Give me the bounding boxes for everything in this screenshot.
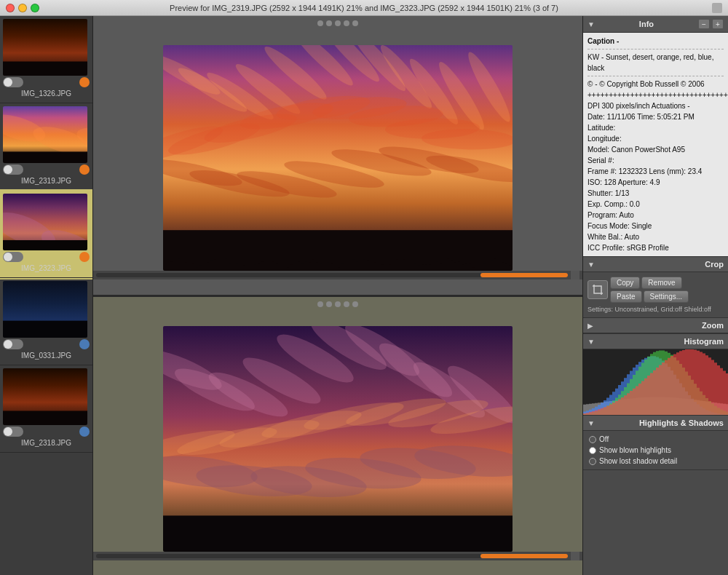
info-title: Info xyxy=(639,20,654,28)
info-plus-btn[interactable]: + xyxy=(712,19,724,29)
scrollbar-top[interactable] xyxy=(93,271,582,279)
film-dot-2 xyxy=(79,164,90,175)
minimize-button[interactable] xyxy=(18,4,27,12)
scrollbar-bottom[interactable] xyxy=(93,552,582,560)
preview-image-bottom xyxy=(163,326,513,552)
svg-rect-0 xyxy=(594,286,601,293)
filmstrip-item-1[interactable]: IMG_1326.JPG xyxy=(0,16,92,103)
highlights-shadows-section: ▼ Highlights & Shadows Off Show blown hi… xyxy=(583,416,728,470)
radio-off-circle xyxy=(589,436,596,443)
window-title: Preview for IMG_2319.JPG (2592 x 1944 14… xyxy=(170,4,558,12)
info-serial: Serial #: xyxy=(587,155,724,166)
nav-dot-b2 xyxy=(326,301,332,307)
filmstrip-item-2[interactable]: IMG_2319.JPG xyxy=(0,103,92,191)
right-panel: ▼ Info − + Caption - KW - Sunset, desert… xyxy=(582,16,728,575)
radio-off-label: Off xyxy=(599,435,609,443)
nav-dot-b1 xyxy=(317,301,323,307)
hs-radio-shadows[interactable]: Show lost shadow detail xyxy=(589,457,722,465)
film-dot-4 xyxy=(79,339,90,349)
info-dpi: DPI 300 pixels/inch Actuations - xyxy=(587,100,724,111)
film-toggle-5[interactable] xyxy=(3,427,23,437)
histogram-header: ▼ Histogram xyxy=(583,334,728,349)
nav-dot-1 xyxy=(317,20,323,26)
info-section: ▼ Info − + Caption - KW - Sunset, desert… xyxy=(583,16,728,257)
film-dot-3 xyxy=(79,252,90,262)
film-name-5: IMG_2318.JPG xyxy=(3,438,90,449)
nav-dot-b4 xyxy=(344,301,349,307)
info-minus-btn[interactable]: − xyxy=(698,19,710,29)
scrollbar-track-bottom[interactable] xyxy=(96,554,568,558)
info-program: Program: Auto xyxy=(587,210,724,221)
film-toggle-1[interactable] xyxy=(3,77,23,87)
hs-radio-highlights[interactable]: Show blown highlights xyxy=(589,446,722,454)
film-controls-1 xyxy=(3,76,90,89)
info-header: ▼ Info − + xyxy=(583,16,728,33)
histogram-canvas xyxy=(583,349,728,415)
info-plus: +++++++++++++++++++++++++++++++++++++ xyxy=(587,90,724,100)
nav-dot-2 xyxy=(326,20,332,26)
scrollbar-thumb-top[interactable] xyxy=(480,273,568,277)
window-controls xyxy=(6,4,39,12)
copy-button[interactable]: Copy xyxy=(610,277,640,289)
settings-button[interactable]: Settings... xyxy=(644,290,689,303)
hs-content: Off Show blown highlights Show lost shad… xyxy=(583,431,728,469)
film-thumb-4 xyxy=(3,281,87,338)
filmstrip-item-5[interactable]: IMG_2318.JPG xyxy=(0,365,92,453)
film-controls-5 xyxy=(3,425,90,438)
filmstrip: IMG_1326.JPG IMG_2319.JPG IMG_2323.JPG xyxy=(0,16,93,575)
paste-button[interactable]: Paste xyxy=(610,290,642,303)
hs-radio-off[interactable]: Off xyxy=(589,435,722,443)
preview-area xyxy=(93,16,582,575)
film-name-1: IMG_1326.JPG xyxy=(3,89,90,100)
film-name-4: IMG_0331.JPG xyxy=(3,351,90,362)
scrollbar-track-top[interactable] xyxy=(96,273,568,277)
scrollbar-corner-top xyxy=(571,271,579,279)
close-button[interactable] xyxy=(6,4,15,12)
remove-button[interactable]: Remove xyxy=(641,277,681,289)
crop-toolbar: Copy Remove Paste Settings... xyxy=(587,277,724,303)
info-triangle: ▼ xyxy=(587,20,595,28)
info-exp-comp: Exp. Comp.: 0.0 xyxy=(587,199,724,210)
info-caption-label: Caption - xyxy=(587,36,724,47)
film-toggle-3[interactable] xyxy=(3,252,23,262)
info-date: Date: 11/11/06 Time: 5:05:21 PM xyxy=(587,111,724,122)
hs-triangle: ▼ xyxy=(587,419,595,427)
nav-dot-3 xyxy=(335,20,341,26)
film-toggle-4[interactable] xyxy=(3,339,23,349)
info-frame: Frame #: 1232323 Lens (mm): 23.4 xyxy=(587,166,724,177)
film-toggle-2[interactable] xyxy=(3,164,23,175)
main-container: IMG_1326.JPG IMG_2319.JPG IMG_2323.JPG xyxy=(0,16,728,575)
info-model: Model: Canon PowerShot A95 xyxy=(587,144,724,155)
crop-section: ▼ Crop C xyxy=(583,257,728,318)
info-shutter: Shutter: 1/13 xyxy=(587,188,724,199)
titlebar: Preview for IMG_2319.JPG (2592 x 1944 14… xyxy=(0,0,728,16)
histogram-wrapper xyxy=(583,349,728,415)
crop-tool-btn[interactable] xyxy=(587,280,608,299)
info-longitude: Longitude: xyxy=(587,133,724,144)
filmstrip-item-3[interactable]: IMG_2323.JPG xyxy=(0,191,92,278)
filmstrip-item-4[interactable]: IMG_0331.JPG xyxy=(0,278,92,365)
hs-title: Highlights & Shadows xyxy=(639,419,724,427)
film-controls-3 xyxy=(3,250,90,263)
histogram-triangle: ▼ xyxy=(587,338,595,346)
crop-title: Crop xyxy=(705,260,724,269)
nav-dots-top xyxy=(317,20,358,26)
hs-header: ▼ Highlights & Shadows xyxy=(583,416,728,431)
info-icc: ICC Profile: sRGB Profile xyxy=(587,242,724,253)
histogram-title: Histogram xyxy=(684,337,724,346)
radio-highlights-label: Show blown highlights xyxy=(599,446,671,454)
histogram-section: ▼ Histogram xyxy=(583,334,728,416)
crop-header: ▼ Crop xyxy=(583,257,728,272)
film-controls-2 xyxy=(3,163,90,176)
film-thumb-5 xyxy=(3,368,87,425)
nav-dot-b5 xyxy=(352,301,358,307)
preview-bottom-pane xyxy=(93,297,582,576)
nav-dot-4 xyxy=(344,20,349,26)
maximize-button[interactable] xyxy=(31,4,39,12)
film-dot-1 xyxy=(79,77,90,87)
info-latitude: Latitude: xyxy=(587,122,724,133)
info-content: Caption - KW - Sunset, desert, orange, r… xyxy=(583,33,728,256)
film-dot-5 xyxy=(79,427,90,437)
crop-triangle: ▼ xyxy=(587,261,595,269)
scrollbar-thumb-bottom[interactable] xyxy=(480,554,568,558)
